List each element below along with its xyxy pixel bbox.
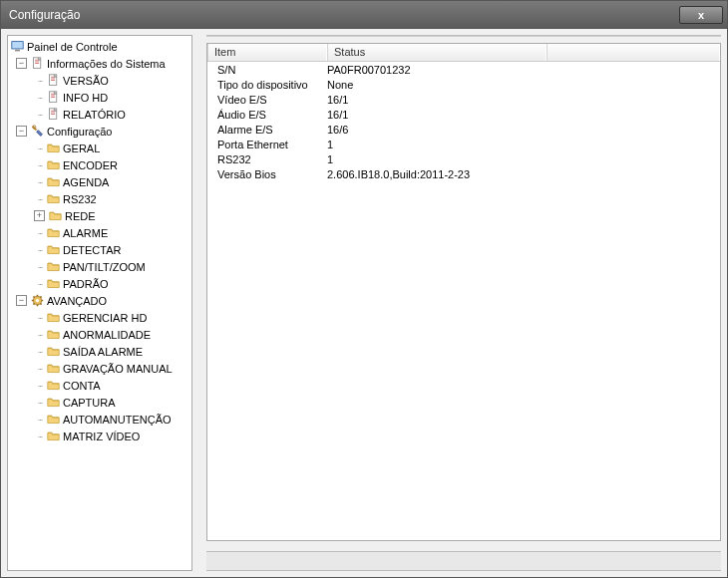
window-title: Configuração — [9, 8, 80, 22]
tree-item-label: INFO HD — [63, 92, 108, 104]
tree-item[interactable]: ···ENCODER — [8, 156, 191, 173]
cell-item: Áudio E/S — [211, 109, 327, 124]
tree-item[interactable]: ···AUTOMANUTENÇÃO — [8, 411, 191, 428]
tree-item-label: ALARME — [63, 227, 108, 239]
folder-icon — [46, 243, 60, 257]
folder-icon — [46, 396, 60, 410]
list-row[interactable]: Porta Ethernet1 — [211, 139, 720, 153]
list-row[interactable]: RS2321 — [211, 153, 720, 168]
folder-icon — [46, 345, 60, 359]
tree-item[interactable]: ···ANORMALIDADE — [8, 326, 191, 343]
tree-item-label: CAPTURA — [63, 397, 116, 409]
folder-icon — [46, 192, 60, 206]
tree-item[interactable]: +REDE — [8, 207, 191, 224]
tree-item[interactable]: ···INFO HD — [8, 89, 191, 106]
folder-icon — [46, 413, 60, 427]
tree-item[interactable]: ···DETECTAR — [8, 241, 191, 258]
cell-status: 16/1 — [327, 109, 546, 124]
tree-connector-icon: ··· — [34, 228, 46, 238]
tree-item[interactable]: ···AGENDA — [8, 173, 191, 190]
tree-item-label: GERENCIAR HD — [63, 312, 147, 324]
cell-item: Vídeo E/S — [211, 94, 327, 109]
folder-icon — [46, 175, 60, 189]
tree-connector-icon: ··· — [34, 93, 46, 103]
list-row[interactable]: Tipo do dispositivoNone — [211, 79, 720, 94]
tree-item-label: MATRIZ VÍDEO — [63, 431, 140, 442]
folder-icon — [46, 260, 60, 274]
tree-item[interactable]: ···VERSÃO — [8, 72, 191, 89]
tree-connector-icon: ··· — [34, 313, 46, 323]
folder-icon — [48, 209, 62, 223]
cell-item: Alarme E/S — [211, 124, 327, 139]
tree-connector-icon: ··· — [34, 330, 46, 340]
tree-group[interactable]: −Informações do Sistema — [8, 55, 191, 72]
cell-item: S/N — [211, 64, 327, 79]
tree-item[interactable]: ···PADRÃO — [8, 275, 191, 292]
tree-item[interactable]: ···PAN/TILT/ZOOM — [8, 258, 191, 275]
column-blank[interactable] — [546, 44, 720, 61]
tree-item[interactable]: ···CONTA — [8, 377, 191, 394]
tree-item[interactable]: ···SAÍDA ALARME — [8, 343, 191, 360]
sidebar-tree[interactable]: Painel de Controle −Informações do Siste… — [7, 35, 192, 571]
tree-item[interactable]: ···ALARME — [8, 224, 191, 241]
list-row[interactable]: Áudio E/S16/1 — [211, 109, 720, 124]
doc-icon — [30, 57, 44, 71]
folder-icon — [46, 430, 60, 443]
tree-group-label: Informações do Sistema — [47, 58, 166, 70]
column-item[interactable]: Item — [207, 44, 327, 61]
tree-item[interactable]: ···RELATÓRIO — [8, 106, 191, 123]
tree-connector-icon: ··· — [34, 76, 46, 86]
tree-item-label: REDE — [65, 210, 96, 222]
expand-toggle-icon[interactable]: − — [16, 295, 27, 306]
tree-item-label: GERAL — [63, 143, 100, 154]
list-row[interactable]: S/NPA0FR00701232 — [211, 64, 720, 79]
tree-item-label: ANORMALIDADE — [63, 329, 151, 341]
list-row[interactable]: Vídeo E/S16/1 — [211, 94, 720, 109]
tree-root-label: Painel de Controle — [27, 41, 118, 53]
monitor-icon — [10, 40, 24, 54]
close-icon: x — [698, 9, 704, 21]
listview-header[interactable]: Item Status — [207, 44, 720, 62]
titlebar[interactable]: Configuração x — [1, 1, 727, 29]
divider-bottom — [206, 551, 721, 571]
expand-toggle-icon[interactable]: − — [16, 58, 27, 69]
list-row[interactable]: Versão Bios2.606.IB18.0,Build:2011-2-23 — [211, 168, 720, 183]
tree-connector-icon: ··· — [34, 347, 46, 357]
tree-item[interactable]: ···GRAVAÇÃO MANUAL — [8, 360, 191, 377]
cell-status: PA0FR00701232 — [327, 64, 546, 79]
doc-icon — [46, 91, 60, 105]
cell-status: 16/1 — [327, 94, 546, 109]
cell-status: 1 — [327, 139, 546, 153]
tree-item-label: ENCODER — [63, 159, 118, 171]
list-row[interactable]: Alarme E/S16/6 — [211, 124, 720, 139]
tree-connector-icon: ··· — [34, 364, 46, 374]
expand-toggle-icon[interactable]: − — [16, 126, 27, 137]
folder-icon — [46, 311, 60, 325]
tree-item-label: VERSÃO — [63, 75, 109, 87]
tree-connector-icon: ··· — [34, 245, 46, 255]
close-button[interactable]: x — [679, 6, 723, 24]
tree-item[interactable]: ···MATRIZ VÍDEO — [8, 428, 191, 444]
gear-icon — [30, 294, 44, 308]
folder-icon — [46, 142, 60, 155]
tree-item[interactable]: ···GERENCIAR HD — [8, 309, 191, 326]
tree-connector-icon: ··· — [34, 398, 46, 408]
tree-root[interactable]: Painel de Controle — [8, 38, 191, 55]
tree-connector-icon: ··· — [34, 279, 46, 289]
doc-icon — [46, 108, 60, 122]
cell-item: RS232 — [211, 153, 327, 168]
tree-connector-icon: ··· — [34, 177, 46, 187]
tree-item[interactable]: ···CAPTURA — [8, 394, 191, 411]
svg-rect-0 — [11, 42, 22, 49]
tree-item[interactable]: ···RS232 — [8, 190, 191, 207]
tree-connector-icon: ··· — [34, 262, 46, 272]
tree-connector-icon: ··· — [34, 415, 46, 425]
tree-group[interactable]: −AVANÇADO — [8, 292, 191, 309]
tree-item[interactable]: ···GERAL — [8, 140, 191, 156]
cell-item: Versão Bios — [211, 168, 327, 183]
tree-group[interactable]: −Configuração — [8, 123, 191, 140]
listview[interactable]: Item Status S/NPA0FR00701232Tipo do disp… — [206, 43, 721, 541]
folder-icon — [46, 328, 60, 342]
column-status[interactable]: Status — [327, 44, 546, 61]
expand-toggle-icon[interactable]: + — [34, 210, 45, 221]
